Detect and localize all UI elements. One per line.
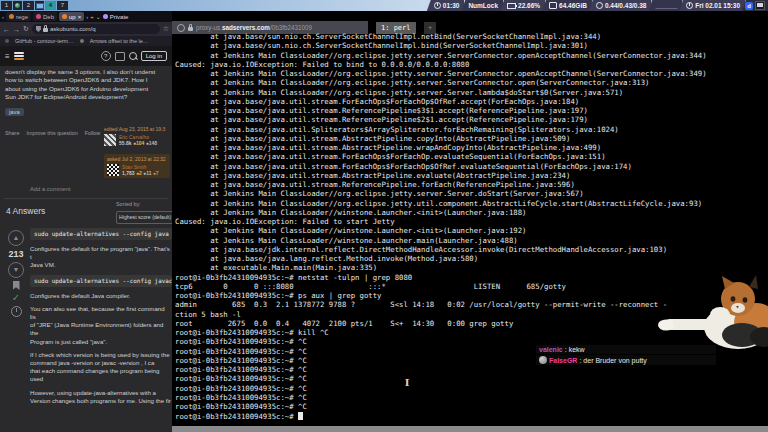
help-icon[interactable]: ?: [101, 51, 111, 61]
improve-link[interactable]: Improve this question: [26, 130, 77, 136]
inbox-icon[interactable]: [115, 52, 125, 61]
history-icon[interactable]: [11, 306, 22, 317]
address-bar[interactable]: askubuntu.com/q: [32, 24, 160, 34]
code-block: sudo update-alternatives --config java: [30, 228, 172, 240]
forward-button[interactable]: →: [13, 26, 20, 33]
workspace-button-screen[interactable]: [35, 1, 44, 10]
bookmark-item-arrows[interactable]: Arrows offset to the le…: [90, 38, 149, 44]
battery-icon: [507, 3, 516, 9]
tab-scroll-right-icon[interactable]: ›: [86, 14, 88, 20]
login-button[interactable]: Log in: [141, 51, 167, 61]
text-cursor-pointer: I: [403, 377, 411, 388]
sort-select[interactable]: Highest score (default): [116, 211, 172, 224]
terminal-line: at java.base/java.util.stream.AbstractPi…: [175, 134, 767, 143]
workspace-button-1[interactable]: 1: [1, 1, 12, 10]
asked-card: asked Jul 2, 2013 at 22:32 Stan Smith 1,…: [104, 154, 170, 178]
stream-chat-overlay: valenic: kekw FalseGR: der Bruder von pu…: [536, 345, 716, 366]
bookmark-item-github[interactable]: GitHub - contour-term…: [15, 38, 74, 44]
share-link[interactable]: Share: [5, 130, 19, 136]
tray-app-icon[interactable]: d: [745, 2, 753, 10]
workspace-button-7[interactable]: 7: [57, 1, 68, 10]
web-terminal-window: proxy-us.sadservers.com/0b3fb2431009 1: …: [172, 11, 768, 432]
status-battery: 22.66%: [500, 0, 545, 11]
terminal-line: at Jenkins Main ClassLoader//winstone.La…: [175, 226, 767, 235]
vote-gutter: ▲ 213 ▼ ✓: [4, 230, 28, 317]
bookmarks-bar: GitHub - contour-term… Arrows offset to …: [0, 36, 172, 46]
question-line: doesn't display the same 3 options. I al…: [5, 68, 169, 76]
browser-window-left: ‹ rege Deb up× › + ⌄ Private ← → ↻ askub…: [0, 11, 172, 432]
terminal-line: at java.base/sun.nio.ch.ServerSocketChan…: [175, 41, 767, 50]
answers-heading: 4 Answers: [6, 206, 45, 216]
terminal-line: at java.base/java.util.stream.ForEachOps…: [175, 97, 767, 106]
shield-icon[interactable]: [36, 26, 41, 32]
terminal-prompt-row[interactable]: root@i-0b3fb24310094935c:~#: [175, 412, 767, 421]
answer-line: Configures the default Java compiler.: [30, 292, 172, 300]
terminal-line: at java.base/java.util.stream.AbstractPi…: [175, 171, 767, 180]
chat-username[interactable]: FalseGR: [549, 357, 577, 364]
tab-scroll-left-icon[interactable]: ‹: [2, 14, 4, 20]
follow-link[interactable]: Follow: [85, 130, 101, 136]
answer-body: sudo update-alternatives --config java C…: [30, 228, 172, 410]
sorted-by-label: Sorted by:: [116, 201, 141, 207]
statusbar: 01:30 NumLock 22.66% 64.46GiB 0.44/0.43/…: [430, 0, 768, 11]
lock-icon: [43, 28, 48, 32]
answer-line: If I check which version is being used b…: [30, 351, 172, 359]
browser-tab-debian[interactable]: Deb: [33, 12, 57, 21]
site-navbar: ≡ ? Log in: [0, 46, 172, 66]
code-block: sudo update-alternatives --config javac: [30, 275, 172, 287]
edited-meta[interactable]: edited Aug 23, 2015 at 19:3: [104, 126, 170, 132]
downvote-button[interactable]: ▼: [8, 262, 24, 278]
answer-line: However, using update-java-alternatives …: [30, 389, 172, 397]
chat-username[interactable]: valenic: [539, 346, 563, 353]
new-tab-button[interactable]: +: [90, 14, 94, 20]
globe-icon: [15, 3, 20, 8]
terminal-line: root@i-0b3fb24310094935c:~# ^C: [175, 402, 767, 411]
answer-line: Configures the default for the program "…: [30, 245, 172, 261]
workspace-button-4-active[interactable]: 4: [45, 1, 56, 10]
disk-icon: [549, 2, 557, 9]
workspace-button-2[interactable]: 2: [23, 1, 34, 10]
reload-button[interactable]: ↻: [23, 25, 29, 33]
askubuntu-logo[interactable]: [14, 52, 24, 60]
answer-line: You can also see that, because the first…: [30, 305, 172, 321]
tray-display-icon[interactable]: [755, 1, 765, 10]
askubuntu-page: ≡ ? Log in doesn't display the same 3 op…: [0, 46, 172, 432]
answer-line: Program is just called "java".: [30, 338, 172, 346]
terminal-line: at java.base/java.lang.reflect.Method.in…: [175, 254, 767, 263]
terminal-line: at Jenkins Main ClassLoader//org.eclipse…: [175, 69, 767, 78]
question-text: doesn't display the same 3 options. I al…: [5, 68, 169, 102]
question-line: Sun JDK7 for Eclipse/Android development…: [5, 93, 169, 101]
private-mask-icon: [103, 14, 108, 19]
status-blank: ______: [648, 0, 682, 11]
tab-dropdown-icon[interactable]: ⌄: [96, 13, 101, 20]
upvote-button[interactable]: ▲: [8, 230, 24, 246]
terminal-line: Caused: java.io.IOException: Failed to b…: [175, 60, 767, 69]
bookmark-icon[interactable]: [13, 281, 20, 290]
avatar[interactable]: [104, 134, 116, 146]
terminal-line: at Jenkins Main ClassLoader//winstone.La…: [175, 236, 767, 245]
favicon-debian: [36, 14, 41, 19]
answer-line: that each command changes the program be…: [30, 367, 172, 383]
tab-close-icon[interactable]: ×: [78, 14, 82, 20]
answer-paragraph: However, using update-java-alternatives …: [30, 389, 172, 405]
browser-tab-active[interactable]: up×: [59, 12, 84, 21]
terminal-line: at Jenkins Main ClassLoader//org.eclipse…: [175, 88, 767, 97]
workspace-switcher: 1 2 4 7: [1, 1, 68, 10]
back-button[interactable]: ←: [3, 26, 10, 33]
avatar[interactable]: [107, 164, 119, 176]
favicon-askubuntu: [62, 14, 67, 19]
desktop-screen: 1 2 4 7 01:30 NumLock 22.66% 64.46GiB 0.…: [0, 0, 768, 432]
add-comment-link[interactable]: Add a comment: [30, 186, 71, 192]
load-icon: [596, 2, 603, 9]
answer-paragraph: You can also see that, because the first…: [30, 305, 172, 346]
tag-java[interactable]: java: [5, 108, 24, 116]
hamburger-icon[interactable]: ≡: [5, 52, 10, 61]
browser-tab-regex[interactable]: rege: [6, 12, 31, 21]
search-icon[interactable]: [129, 52, 137, 60]
chat-message: valenic: kekw: [536, 345, 716, 354]
site-info-icon[interactable]: [177, 24, 185, 32]
chat-message: FalseGR: der Bruder von putty: [536, 355, 716, 365]
bookmark-star-icon[interactable]: ☆: [163, 25, 169, 33]
workspace-button-browser[interactable]: [13, 1, 22, 10]
answer-paragraph: If I check which version is being used b…: [30, 351, 172, 384]
